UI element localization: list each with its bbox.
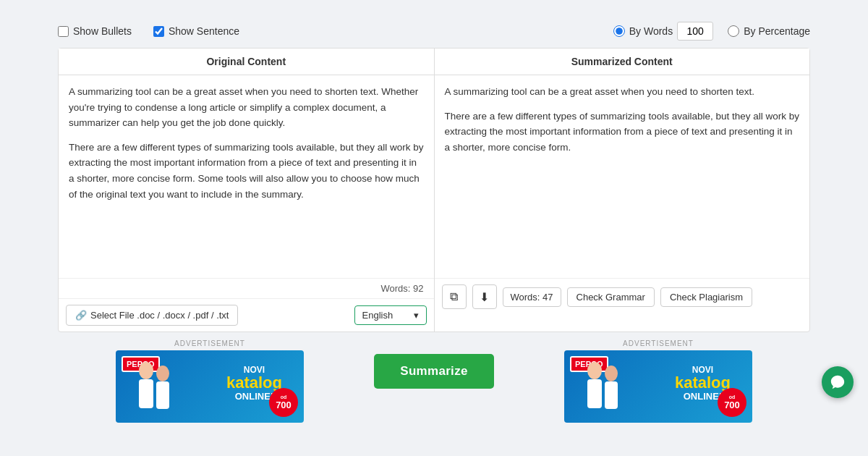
panels-row: Original Content A summarizing tool can … [58, 48, 810, 332]
right-ad-label: ADVERTISEMENT [623, 339, 694, 347]
check-grammar-button[interactable]: Check Grammar [567, 287, 655, 307]
summarized-word-count: Words: 47 [503, 287, 561, 307]
download-button[interactable]: ⬇ [472, 284, 497, 309]
chevron-down-icon: ▾ [414, 310, 419, 321]
price-badge-left: od 700 [269, 388, 298, 417]
original-paragraph-2: There are a few different types of summa… [69, 140, 424, 202]
svg-point-4 [587, 362, 602, 379]
svg-point-0 [139, 362, 153, 379]
svg-rect-5 [587, 379, 602, 408]
right-ad-banner: PEPCO NOVI katalog ONLINE! [564, 350, 752, 423]
katalog-label-right: katalog [675, 375, 731, 391]
show-bullets-input[interactable] [58, 26, 69, 37]
original-paragraph-1: A summarizing tool can be a great asset … [69, 84, 424, 131]
original-panel-bottom: 🔗 Select File .doc / .docx / .pdf / .txt… [59, 298, 434, 332]
person-silhouette-right [579, 358, 629, 423]
summarized-content-area[interactable]: A summarizing tool can be a great asset … [435, 75, 810, 278]
paperclip-icon: 🔗 [75, 310, 87, 321]
left-ad-label: ADVERTISEMENT [174, 339, 245, 347]
summarized-paragraph-1: A summarizing tool can be a great asset … [445, 84, 800, 100]
by-words-label: By Words [629, 25, 673, 37]
summarized-panel-bottom: ⧉ ⬇ Words: 47 Check Grammar Check Plagia… [435, 278, 810, 315]
copy-icon: ⧉ [450, 290, 458, 303]
chat-bubble-button[interactable] [822, 366, 854, 398]
summarize-center: Summarize [362, 339, 506, 389]
check-plagiarism-button[interactable]: Check Plagiarism [660, 287, 752, 307]
summarize-button[interactable]: Summarize [374, 354, 493, 389]
svg-rect-3 [156, 381, 169, 409]
katalog-label-left: katalog [226, 375, 282, 391]
show-sentence-input[interactable] [153, 26, 164, 37]
left-ad-section: ADVERTISEMENT PEPCO [58, 339, 362, 423]
right-ad-section: ADVERTISEMENT PEPCO NOVI katalo [506, 339, 810, 423]
original-word-count: Words: 92 [59, 278, 434, 298]
select-file-button[interactable]: 🔗 Select File .doc / .docx / .pdf / .txt [66, 305, 238, 326]
chat-icon [830, 374, 846, 390]
person-silhouette-left [130, 358, 181, 423]
by-words-radio[interactable] [613, 25, 625, 37]
show-sentence-checkbox[interactable]: Show Sentence [153, 25, 239, 37]
summarized-paragraph-2: There are a few different types of summa… [445, 109, 800, 156]
by-words-radio-label[interactable]: By Words [613, 22, 713, 41]
original-content-area[interactable]: A summarizing tool can be a great asset … [59, 75, 434, 278]
price-badge-right: od 700 [718, 388, 746, 417]
left-ad-banner: PEPCO NOVI katalog [116, 350, 304, 423]
by-percentage-radio-label[interactable]: By Percentage [728, 25, 810, 37]
original-content-panel: Original Content A summarizing tool can … [59, 48, 435, 332]
svg-rect-7 [605, 381, 618, 409]
options-bar: Show Bullets Show Sentence By Words By P… [58, 14, 810, 48]
ad-summarize-row: ADVERTISEMENT PEPCO [58, 339, 810, 423]
show-sentence-label: Show Sentence [169, 25, 239, 37]
word-count-input[interactable] [677, 22, 713, 41]
language-select[interactable]: English ▾ [354, 305, 427, 325]
word-options-group: By Words By Percentage [613, 22, 810, 41]
svg-rect-1 [139, 379, 153, 408]
main-wrapper: Show Bullets Show Sentence By Words By P… [0, 0, 868, 456]
summarized-content-header: Summarized Content [435, 48, 810, 75]
svg-point-6 [605, 366, 618, 381]
show-bullets-checkbox[interactable]: Show Bullets [58, 25, 132, 37]
by-percentage-radio[interactable] [728, 25, 739, 37]
select-file-label: Select File .doc / .docx / .pdf / .txt [90, 310, 229, 321]
show-bullets-label: Show Bullets [73, 25, 132, 37]
summarized-content-panel: Summarized Content A summarizing tool ca… [435, 48, 810, 332]
copy-button[interactable]: ⧉ [442, 284, 467, 309]
by-percentage-label: By Percentage [744, 25, 810, 37]
original-content-header: Original Content [59, 48, 434, 75]
svg-point-2 [156, 366, 169, 381]
language-value: English [362, 310, 393, 321]
download-icon: ⬇ [480, 290, 489, 304]
